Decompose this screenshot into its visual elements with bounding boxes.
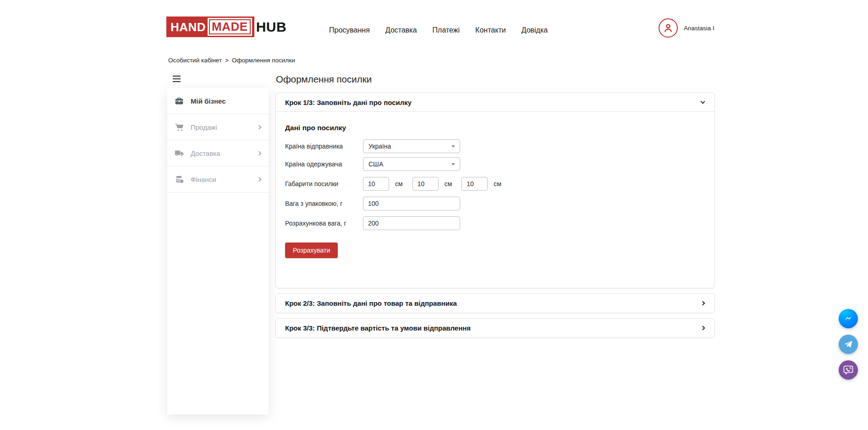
- logo-hand-text: HAND: [170, 21, 206, 33]
- step2-label: Крок 2/3: Заповніть дані про товар та ві…: [285, 299, 457, 307]
- sender-country-row: Країна відправника Україна: [285, 139, 705, 154]
- sidebar: Мій бізнес Продажі Доставка: [167, 88, 269, 414]
- calculate-button[interactable]: Розрахувати: [285, 243, 338, 258]
- step1-body: Дані про посилку Країна відправника Укра…: [276, 112, 714, 288]
- nav-item-promotion[interactable]: Просування: [329, 26, 370, 34]
- sidebar-item-label: Доставка: [191, 149, 251, 157]
- dimension-width-input[interactable]: [412, 177, 439, 191]
- breadcrumb: Особистий кабінет > Оформлення посилки: [168, 57, 295, 64]
- sidebar-item-my-business[interactable]: Мій бізнес: [167, 88, 269, 114]
- nav-item-payments[interactable]: Платежі: [433, 26, 460, 34]
- breadcrumb-cabinet-link[interactable]: Особистий кабінет: [168, 57, 222, 64]
- dimension-unit: см: [445, 180, 452, 187]
- chevron-down-icon: [701, 99, 705, 104]
- telegram-icon: [843, 339, 854, 350]
- brand-logo[interactable]: HAND MADE HUB: [166, 17, 286, 37]
- sidebar-item-finance[interactable]: Фінанси: [167, 166, 269, 193]
- logo-made-text: MADE: [209, 19, 251, 34]
- chevron-right-icon: [701, 326, 705, 331]
- telegram-button[interactable]: [839, 335, 858, 354]
- sidebar-item-sales[interactable]: Продажі: [167, 114, 269, 140]
- viber-button[interactable]: [839, 360, 858, 380]
- step1-header[interactable]: Крок 1/3: Заповніть дані про посилку: [276, 93, 714, 112]
- dimensions-row: Габарити посилки см см см: [285, 176, 705, 191]
- form-section-title: Дані про посилку: [285, 124, 705, 132]
- page: HAND MADE HUB Просування Доставка Платеж…: [0, 0, 868, 430]
- caret-down-icon: [451, 163, 455, 165]
- weight-input[interactable]: [363, 197, 460, 210]
- messenger-button[interactable]: [839, 309, 858, 328]
- recipient-country-row: Країна одержувача США: [285, 157, 705, 171]
- sender-country-label: Країна відправника: [285, 143, 363, 150]
- recipient-country-select[interactable]: США: [363, 157, 460, 171]
- viber-icon: [842, 364, 854, 376]
- nav-item-delivery[interactable]: Доставка: [385, 26, 417, 34]
- calc-weight-row: Розрахункова вага, г: [285, 216, 705, 231]
- dimensions-label: Габарити посилки: [285, 180, 363, 187]
- step1-label: Крок 1/3: Заповніть дані про посилку: [285, 99, 412, 106]
- nav-item-contacts[interactable]: Контакти: [475, 26, 506, 34]
- step1-panel: Крок 1/3: Заповніть дані про посилку Дан…: [275, 93, 715, 288]
- breadcrumb-separator: >: [225, 57, 229, 64]
- step3-label: Крок 3/3: Підтвердьте вартість та умови …: [285, 324, 471, 332]
- sidebar-item-label: Мій бізнес: [191, 97, 262, 105]
- chevron-right-icon: [257, 177, 262, 182]
- chevron-right-icon: [701, 301, 705, 306]
- sender-country-value: Україна: [368, 143, 391, 150]
- sidebar-item-label: Продажі: [191, 123, 251, 131]
- logo-red-box: HAND MADE: [166, 17, 254, 37]
- recipient-country-label: Країна одержувача: [285, 160, 363, 168]
- chevron-right-icon: [257, 125, 262, 129]
- truck-icon: [174, 148, 184, 158]
- recipient-country-value: США: [368, 160, 383, 168]
- menu-icon[interactable]: [173, 75, 183, 83]
- cart-icon: [174, 122, 184, 132]
- step3-panel: Крок 3/3: Підтвердьте вартість та умови …: [275, 318, 715, 338]
- dimension-unit: см: [494, 180, 501, 187]
- sidebar-item-delivery[interactable]: Доставка: [167, 140, 269, 166]
- weight-row: Вага з упаковкою, г: [285, 196, 705, 211]
- caret-down-icon: [451, 145, 455, 148]
- user-name: Anastasia I: [684, 25, 714, 32]
- step2-panel: Крок 2/3: Заповніть дані про товар та ві…: [275, 293, 715, 313]
- logo-hub-text: HUB: [256, 20, 287, 34]
- breadcrumb-current: Оформлення посилки: [232, 57, 295, 64]
- coins-icon: [174, 174, 184, 184]
- sidebar-item-label: Фінанси: [191, 176, 251, 183]
- weight-label: Вага з упаковкою, г: [285, 200, 363, 207]
- calc-weight-label: Розрахункова вага, г: [285, 220, 363, 227]
- dimension-height-input[interactable]: [461, 177, 488, 191]
- sender-country-select[interactable]: Україна: [363, 139, 460, 153]
- page-title: Оформлення посилки: [276, 74, 715, 85]
- dimension-unit: см: [395, 180, 403, 187]
- calc-weight-input[interactable]: [363, 216, 460, 230]
- step3-header[interactable]: Крок 3/3: Підтвердьте вартість та умови …: [276, 319, 714, 337]
- nav-item-help[interactable]: Довідка: [522, 26, 548, 34]
- dimension-length-input[interactable]: [363, 177, 389, 191]
- social-buttons: [839, 309, 858, 380]
- main-nav: Просування Доставка Платежі Контакти Дов…: [329, 26, 548, 34]
- chevron-right-icon: [257, 151, 262, 155]
- person-circle-icon: [659, 18, 678, 38]
- user-menu[interactable]: Anastasia I: [659, 18, 714, 38]
- messenger-icon: [843, 313, 854, 324]
- step2-header[interactable]: Крок 2/3: Заповніть дані про товар та ві…: [276, 294, 714, 313]
- briefcase-icon: [174, 96, 184, 106]
- main-content: Оформлення посилки Крок 1/3: Заповніть д…: [275, 74, 715, 338]
